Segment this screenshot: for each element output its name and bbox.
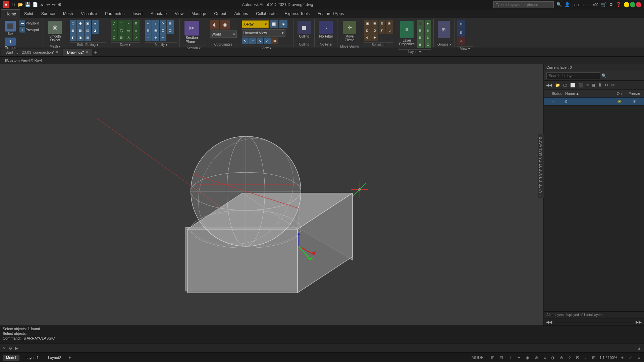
sel-icon10[interactable]: ⊗ [371,34,378,41]
sel-icon3[interactable]: ⊟ [379,20,385,27]
layers-next-btn[interactable]: ▶▶ [635,319,643,325]
polysolid-button[interactable]: ▬ Polysolid [18,20,40,26]
close-btn[interactable] [636,2,641,7]
layer-refresh-btn[interactable]: ↻ [604,82,609,88]
layer-prop-btn[interactable]: ≡ [585,82,590,88]
snap-btn[interactable]: ⊟ [498,355,504,361]
modify-icon4[interactable]: ⊞ [167,20,174,27]
command-input-field[interactable] [19,346,636,351]
solid-icon2[interactable]: ⬢ [77,20,84,27]
draw-icon11[interactable]: A [125,34,132,41]
tab-solid[interactable]: Solid [20,9,37,18]
layer-row[interactable]: ✓ 0 ☀ ❄ [544,98,644,106]
layout2-tab[interactable]: Layout2 [45,355,64,361]
tab-insert[interactable]: Insert [128,9,147,18]
osnap-btn[interactable]: ◉ [525,355,531,361]
layer-icon1[interactable]: ⬛ [417,20,424,27]
solid-icon5[interactable]: ▦ [70,27,76,34]
tab-parametric[interactable]: Parametric [101,9,128,18]
layer-icon5[interactable]: ◈ [425,20,431,27]
layer-icon8[interactable]: ⊡ [425,41,431,48]
settings-icon[interactable]: ⚙ [609,2,613,7]
draw-icon6[interactable]: ◯ [118,27,125,34]
modify-icon3[interactable]: ⟳ [160,20,166,27]
layer-settings-btn[interactable]: ⚙ [610,82,616,88]
layer-tool-chevron-left[interactable]: ◀◀ [545,82,553,88]
viewport[interactable] [0,64,543,325]
draw-icon8[interactable]: △ [133,27,140,34]
layer-new2-btn[interactable]: 🗁 [562,82,568,88]
modify-icon6[interactable]: ⊠ [152,27,159,34]
tab-view[interactable]: View [171,9,187,18]
modify-icon1[interactable]: ↔ [145,20,152,27]
cmd-arrow-icon[interactable]: ▶ [14,346,19,351]
tab-annotate[interactable]: Annotate [147,9,171,18]
layer-properties-button[interactable]: ≡ LayerProperties [398,20,416,47]
layer-set-btn[interactable]: ⬛ [577,82,584,88]
saveas-icon[interactable]: 📄 [33,2,38,7]
otrack-btn[interactable]: ⊕ [533,355,539,361]
modify-icon10[interactable]: ⊕ [152,34,159,41]
sel-icon8[interactable]: ⊔ [386,27,393,34]
layers-scrollbar[interactable] [554,321,633,323]
visual-style-icon[interactable]: ⬜ [270,20,278,28]
lineweight-btn[interactable]: ≡ [542,355,547,361]
tab-conesecion[interactable]: 23.03_conesection* ✕ [18,49,62,56]
cmd-settings-icon[interactable]: ⚙ [7,346,14,351]
tab-addins[interactable]: Add-ins [230,9,252,18]
view-icon5[interactable]: ⊞ [271,38,278,44]
tab-home[interactable]: Home [1,9,20,18]
minimize-btn[interactable] [624,2,629,7]
search-input[interactable] [493,1,554,8]
new-icon[interactable]: 🗋 [11,2,16,7]
linewd-btn[interactable]: ⊞ [591,355,597,361]
ucs-icon[interactable]: ⊕ [210,20,219,29]
modify-icon7[interactable]: ⊏ [160,27,166,34]
open-icon[interactable]: 📂 [18,2,23,7]
group-button[interactable]: ⊞ [436,20,451,39]
dynin-btn[interactable]: ↕ [583,355,588,361]
draw-icon9[interactable]: ⬡ [111,34,117,41]
cmd-close-icon[interactable]: ✕ [1,346,7,351]
tab-express[interactable]: Express Tools [281,9,314,18]
solid-icon3[interactable]: ▣ [85,20,91,27]
name-col-header[interactable]: Name ▲ [565,92,612,96]
solid-icon8[interactable]: ◪ [92,27,99,34]
fullscreen-btn[interactable]: ⤢ [628,355,634,361]
visual-icon2[interactable]: ◉ [279,20,287,28]
new-tab-button[interactable]: + [93,50,98,55]
layer-search-input[interactable] [546,72,600,79]
modify-icon9[interactable]: ≡ [145,34,152,41]
move-gizmo-button[interactable]: ✛ MoveGizmo [341,20,358,43]
ucs2-icon[interactable]: ⊗ [220,20,230,29]
model-tab[interactable]: Model [3,355,19,361]
layer-sort-btn[interactable]: ⇅ [597,82,603,88]
tab-conesecion-close[interactable]: ✕ [56,50,58,54]
tab-featured[interactable]: Featured Apps [314,9,348,18]
save-icon[interactable]: 💾 [25,2,31,7]
draw-icon4[interactable]: ⊓ [133,20,140,27]
help-icon[interactable]: ❓ [616,2,621,7]
xray-dropdown[interactable]: X-Ray ▾ [242,20,269,28]
print-icon[interactable]: 🖨 [40,2,44,7]
undo-icon[interactable]: ↩ [46,2,50,7]
cmd-expand-icon[interactable]: ▲ [636,346,643,351]
draw-icon10[interactable]: ⊡ [118,34,125,41]
customize-btn[interactable]: ≡ [636,355,641,361]
solid-icon9[interactable]: ◧ [70,34,76,41]
layer-filter-btn[interactable]: ▦ [591,82,596,88]
draw-icon12[interactable]: ↗ [133,34,140,41]
presspull-button[interactable]: ↕ Presspull [18,27,40,33]
cart-icon[interactable]: 🛒 [601,2,606,7]
tab-start[interactable]: Start [1,49,17,56]
base-icon[interactable]: ⌂ [457,37,465,45]
workspace-icon[interactable]: ⚙ [58,2,62,7]
search-btn[interactable]: 🔍 [556,2,562,7]
polar-btn[interactable]: ✦ [516,355,522,361]
sel-icon2[interactable]: ⊞ [371,20,378,27]
draw-icon7[interactable]: ▭ [125,27,132,34]
solid-icon6[interactable]: ▩ [77,27,84,34]
tab-surface[interactable]: Surface [37,9,59,18]
viewport-grid-btn[interactable]: ⊞ [490,355,496,361]
layer-icon7[interactable]: ⊗ [425,34,431,41]
